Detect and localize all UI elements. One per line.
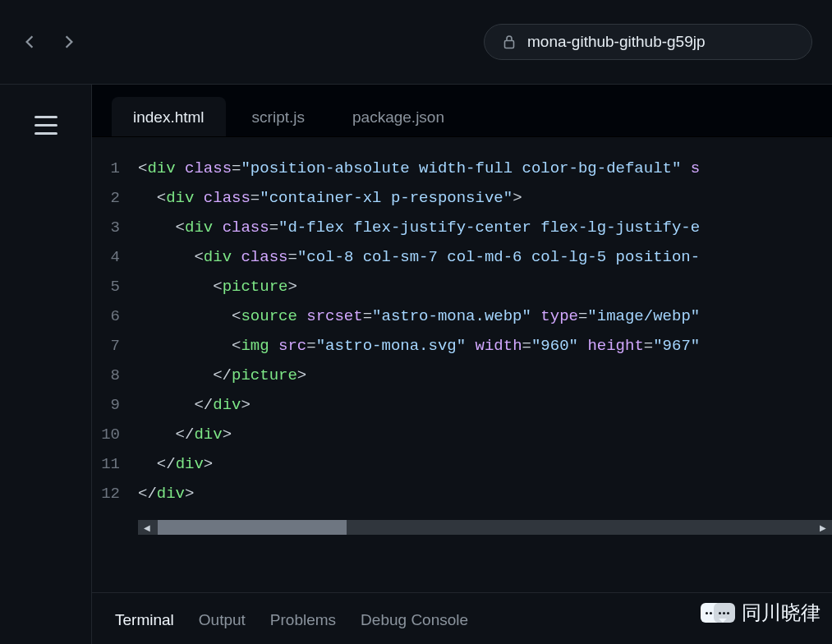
lock-icon	[503, 34, 516, 49]
line-code: <div class="col-8 col-sm-7 col-md-6 col-…	[138, 242, 832, 272]
code-line[interactable]: 1<div class="position-absolute width-ful…	[92, 154, 832, 183]
line-number: 8	[92, 361, 138, 390]
main-area: index.htmlscript.jspackage.json 1<div cl…	[0, 85, 832, 644]
line-number: 5	[92, 272, 138, 301]
code-line[interactable]: 3 <div class="d-flex flex-justify-center…	[92, 213, 832, 242]
menu-button[interactable]	[34, 116, 57, 135]
code-line[interactable]: 9 </div>	[92, 390, 832, 420]
line-code: </div>	[138, 449, 832, 479]
line-code: <div class="position-absolute width-full…	[138, 154, 832, 183]
line-number: 10	[92, 420, 138, 449]
back-button[interactable]	[20, 32, 39, 52]
editor-tab[interactable]: index.html	[112, 97, 226, 136]
editor-tab[interactable]: script.js	[231, 97, 326, 136]
line-number: 7	[92, 331, 138, 361]
line-number: 11	[92, 449, 138, 479]
code-line[interactable]: 4 <div class="col-8 col-sm-7 col-md-6 co…	[92, 242, 832, 272]
line-number: 12	[92, 479, 138, 508]
editor-tab[interactable]: package.json	[331, 97, 466, 136]
top-bar: mona-github-github-g59jp	[0, 0, 832, 85]
line-code: </div>	[138, 420, 832, 449]
line-code: <img src="astro-mona.svg" width="960" he…	[138, 331, 832, 361]
watermark: 同川晓律	[701, 600, 821, 626]
line-number: 4	[92, 242, 138, 272]
sidebar	[0, 85, 92, 644]
horizontal-scrollbar[interactable]: ◀ ▶	[138, 520, 832, 535]
editor-tabs: index.htmlscript.jspackage.json	[92, 85, 832, 137]
url-bar[interactable]: mona-github-github-g59jp	[484, 24, 812, 60]
chevron-right-icon	[62, 34, 76, 49]
code-line[interactable]: 7 <img src="astro-mona.svg" width="960" …	[92, 331, 832, 361]
code-line[interactable]: 2 <div class="container-xl p-responsive"…	[92, 183, 832, 213]
wechat-icon	[701, 603, 735, 623]
line-code: <picture>	[138, 272, 832, 301]
editor-column: index.htmlscript.jspackage.json 1<div cl…	[92, 85, 832, 644]
code-line[interactable]: 11 </div>	[92, 449, 832, 479]
scroll-left-icon[interactable]: ◀	[140, 520, 154, 535]
code-line[interactable]: 12</div>	[92, 479, 832, 508]
line-code: </div>	[138, 390, 832, 420]
hamburger-icon	[34, 116, 57, 118]
code-line[interactable]: 8 </picture>	[92, 361, 832, 390]
watermark-text: 同川晓律	[742, 600, 821, 626]
nav-arrows	[20, 32, 79, 52]
line-code: <source srcset="astro-mona.webp" type="i…	[138, 301, 832, 331]
line-number: 3	[92, 213, 138, 242]
panel-tab[interactable]: Terminal	[115, 611, 174, 629]
line-number: 1	[92, 154, 138, 183]
chevron-left-icon	[22, 34, 37, 49]
line-number: 6	[92, 301, 138, 331]
code-editor[interactable]: 1<div class="position-absolute width-ful…	[92, 137, 832, 592]
panel-tab[interactable]: Problems	[270, 611, 336, 629]
panel-tab[interactable]: Output	[199, 611, 246, 629]
svg-rect-0	[505, 41, 514, 48]
code-line[interactable]: 6 <source srcset="astro-mona.webp" type=…	[92, 301, 832, 331]
scrollbar-thumb[interactable]	[158, 520, 347, 535]
line-code: <div class="d-flex flex-justify-center f…	[138, 213, 832, 242]
code-line[interactable]: 5 <picture>	[92, 272, 832, 301]
line-number: 9	[92, 390, 138, 420]
panel-tab[interactable]: Debug Console	[361, 611, 468, 629]
line-code: </picture>	[138, 361, 832, 390]
line-number: 2	[92, 183, 138, 213]
line-code: </div>	[138, 479, 832, 508]
url-text: mona-github-github-g59jp	[527, 33, 706, 51]
code-line[interactable]: 10 </div>	[92, 420, 832, 449]
line-code: <div class="container-xl p-responsive">	[138, 183, 832, 213]
forward-button[interactable]	[59, 32, 79, 52]
scroll-right-icon[interactable]: ▶	[816, 520, 830, 535]
